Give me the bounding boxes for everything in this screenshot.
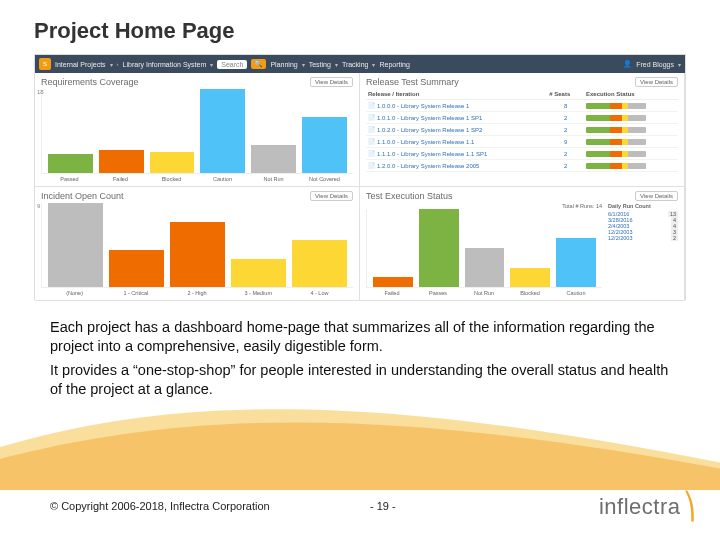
bar	[419, 209, 459, 287]
x-tick: 4 - Low	[292, 290, 347, 296]
document-icon: 📄	[368, 103, 375, 109]
widget-requirements-coverage: Requirements Coverage View Details 18 Pa…	[35, 73, 360, 187]
search-button[interactable]: 🔍	[251, 59, 266, 69]
search-icon: 🔍	[254, 60, 263, 67]
body-paragraph: Each project has a dashboard home-page t…	[50, 318, 670, 355]
inflectra-logo: inflectra ⎞	[599, 491, 696, 522]
daily-run-title: Daily Run Count	[608, 203, 678, 209]
col-exec: Execution Status	[584, 89, 678, 100]
nav-user[interactable]: Fred Bloggs	[636, 61, 674, 68]
y-tick: 9	[37, 203, 40, 209]
table-row[interactable]: 📄1.1.1.0 - Library System Release 1.1 SP…	[366, 148, 678, 160]
y-tick: 18	[37, 89, 44, 95]
nav-planning[interactable]: Planning	[270, 61, 297, 68]
table-row[interactable]: 📄1.1.0.0 - Library System Release 1.19	[366, 136, 678, 148]
widget-title: Incident Open Count	[41, 191, 124, 201]
bar	[48, 203, 103, 287]
execution-bar	[586, 151, 646, 157]
x-tick: 2 - High	[169, 290, 224, 296]
bar	[150, 152, 195, 173]
bar	[170, 222, 225, 287]
chevron-down-icon: ▾	[302, 61, 305, 68]
x-tick: Failed	[98, 176, 143, 182]
search-input[interactable]: Search	[217, 60, 247, 69]
bar	[109, 250, 164, 287]
brand-text: inflectra	[599, 494, 681, 520]
execution-bar	[586, 115, 646, 121]
widget-title: Test Execution Status	[366, 191, 453, 201]
app-screenshot: S Internal Projects ▾ › Library Informat…	[34, 54, 686, 300]
x-tick: Not Covered	[302, 176, 347, 182]
bar	[200, 89, 245, 173]
view-details-button[interactable]: View Details	[310, 77, 353, 87]
bar	[292, 240, 347, 287]
view-details-button[interactable]: View Details	[635, 77, 678, 87]
table-row[interactable]: 📄1.0.0.0 - Library System Release 18	[366, 100, 678, 112]
nav-reporting[interactable]: Reporting	[379, 61, 409, 68]
bar	[373, 277, 413, 287]
chevron-down-icon: ▾	[678, 61, 681, 68]
execution-bar	[586, 163, 646, 169]
x-tick: Not Run	[464, 290, 504, 296]
view-details-button[interactable]: View Details	[635, 191, 678, 201]
bar	[251, 145, 296, 173]
chevron-right-icon: ›	[117, 61, 119, 67]
x-tick: Failed	[372, 290, 412, 296]
slide-body: Each project has a dashboard home-page t…	[50, 318, 670, 404]
x-tick: Passes	[418, 290, 458, 296]
table-row[interactable]: 📄1.2.0.0 - Library System Release 20052	[366, 160, 678, 172]
user-icon: 👤	[623, 60, 632, 68]
bar	[556, 238, 596, 287]
x-tick: (None)	[47, 290, 102, 296]
release-table: Release / Iteration # Seats Execution St…	[366, 89, 678, 172]
widget-incident-open-count: Incident Open Count View Details 9 (None…	[35, 187, 360, 301]
nav-internal-projects[interactable]: Internal Projects	[55, 61, 106, 68]
body-paragraph: It provides a “one-stop-shop” for people…	[50, 361, 670, 398]
table-row[interactable]: 📄1.0.1.0 - Library System Release 1 SP12	[366, 112, 678, 124]
flame-icon: ⎞	[683, 491, 697, 522]
bar	[231, 259, 286, 287]
x-tick: Blocked	[149, 176, 194, 182]
col-release: Release / Iteration	[366, 89, 547, 100]
footer-copyright: © Copyright 2006-2018, Inflectra Corpora…	[50, 500, 270, 512]
x-tick: Not Run	[251, 176, 296, 182]
chevron-down-icon: ▾	[372, 61, 375, 68]
app-logo-icon: S	[39, 58, 51, 70]
x-tick: Caution	[556, 290, 596, 296]
document-icon: 📄	[368, 127, 375, 133]
nav-project-name[interactable]: Library Information System	[123, 61, 207, 68]
app-toolbar: S Internal Projects ▾ › Library Informat…	[35, 55, 685, 73]
run-row[interactable]: 12/2/20032	[608, 235, 678, 241]
bar	[510, 268, 550, 288]
nav-tracking[interactable]: Tracking	[342, 61, 369, 68]
execution-bar	[586, 103, 646, 109]
document-icon: 📄	[368, 115, 375, 121]
bar	[302, 117, 347, 173]
bar	[99, 150, 144, 173]
bar	[48, 154, 93, 173]
chevron-down-icon: ▾	[110, 61, 113, 68]
chevron-down-icon: ▾	[335, 61, 338, 68]
x-tick: 1 - Critical	[108, 290, 163, 296]
bar	[465, 248, 505, 287]
test-execution-chart: Total # Runs: 14 FailedPassesNot RunBloc…	[366, 203, 602, 296]
table-row[interactable]: 📄1.0.2.0 - Library System Release 1 SP22	[366, 124, 678, 136]
x-tick: Caution	[200, 176, 245, 182]
document-icon: 📄	[368, 151, 375, 157]
requirements-coverage-chart: 18 PassedFailedBlockedCautionNot RunNot …	[41, 89, 353, 182]
widget-title: Release Test Summary	[366, 77, 459, 87]
chevron-down-icon: ▾	[210, 61, 213, 68]
widget-test-execution-status: Test Execution Status View Details Total…	[360, 187, 685, 301]
execution-bar	[586, 139, 646, 145]
widget-title: Requirements Coverage	[41, 77, 139, 87]
incident-open-count-chart: 9 (None)1 - Critical2 - High3 - Medium4 …	[41, 203, 353, 296]
daily-run-panel: Daily Run Count 6/1/2016133/28/201642/4/…	[608, 203, 678, 296]
document-icon: 📄	[368, 139, 375, 145]
view-details-button[interactable]: View Details	[310, 191, 353, 201]
x-tick: 3 - Medium	[231, 290, 286, 296]
x-tick: Passed	[47, 176, 92, 182]
document-icon: 📄	[368, 163, 375, 169]
widget-release-test-summary: Release Test Summary View Details Releas…	[360, 73, 685, 187]
nav-testing[interactable]: Testing	[309, 61, 331, 68]
slide-title: Project Home Page	[34, 18, 235, 44]
